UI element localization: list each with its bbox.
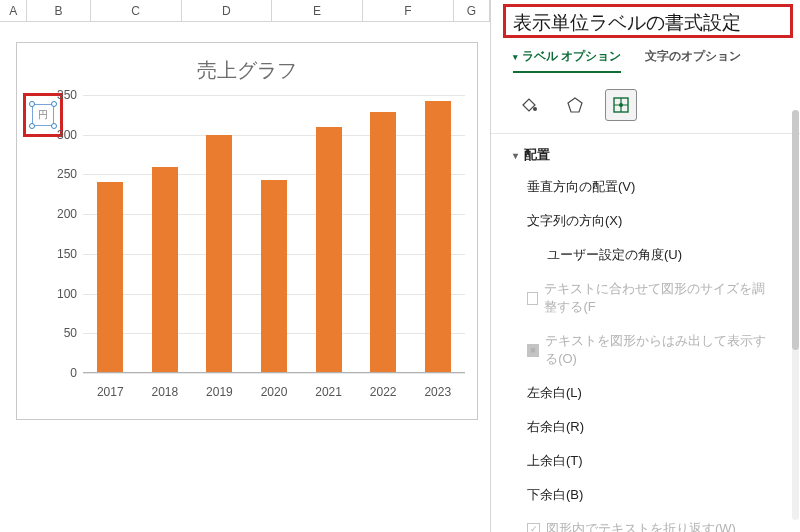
column-header[interactable]: G bbox=[454, 0, 490, 21]
checkbox-icon bbox=[527, 292, 538, 305]
checkbox-icon: ■ bbox=[527, 344, 539, 357]
svg-marker-1 bbox=[568, 98, 582, 112]
tab-label-options[interactable]: ▾ラベル オプション bbox=[513, 48, 621, 73]
pane-title: 表示単位ラベルの書式設定 bbox=[491, 0, 800, 46]
x-axis-ticks: 2017201820192020202120222023 bbox=[83, 385, 465, 399]
opt-margin-top[interactable]: 上余白(T) bbox=[513, 444, 778, 478]
column-header[interactable]: D bbox=[182, 0, 273, 21]
chart-title[interactable]: 売上グラフ bbox=[17, 43, 477, 88]
y-tick-label: 300 bbox=[57, 128, 77, 142]
opt-margin-right[interactable]: 右余白(R) bbox=[513, 410, 778, 444]
opt-margin-bottom[interactable]: 下余白(B) bbox=[513, 478, 778, 512]
x-axis-line bbox=[83, 372, 465, 373]
opt-text-direction[interactable]: 文字列の方向(X) bbox=[513, 204, 778, 238]
y-tick-label: 0 bbox=[70, 366, 77, 380]
worksheet-area: ABCDEFG 売上グラフ 円 050100150200250300350 20… bbox=[0, 0, 490, 532]
bar[interactable] bbox=[97, 182, 123, 373]
plot-area[interactable]: 050100150200250300350 201720182019202020… bbox=[83, 95, 465, 373]
y-tick-label: 100 bbox=[57, 287, 77, 301]
x-tick-label: 2017 bbox=[83, 385, 138, 399]
selection-handle[interactable] bbox=[29, 101, 35, 107]
bar[interactable] bbox=[152, 167, 178, 374]
column-headers: ABCDEFG bbox=[0, 0, 490, 22]
bar[interactable] bbox=[206, 135, 232, 373]
bar[interactable] bbox=[370, 112, 396, 373]
opt-overflow: ■ テキストを図形からはみ出して表示する(O) bbox=[513, 324, 778, 376]
fill-bucket-icon[interactable] bbox=[513, 89, 545, 121]
pane-tabs: ▾ラベル オプション 文字のオプション bbox=[491, 46, 800, 81]
y-tick-label: 350 bbox=[57, 88, 77, 102]
opt-margin-left[interactable]: 左余白(L) bbox=[513, 376, 778, 410]
y-tick-label: 50 bbox=[64, 326, 77, 340]
align-section: ▾配置 垂直方向の配置(V) 文字列の方向(X) ユーザー設定の角度(U) テキ… bbox=[491, 136, 800, 532]
selection-handle[interactable] bbox=[29, 123, 35, 129]
x-tick-label: 2021 bbox=[301, 385, 356, 399]
bar[interactable] bbox=[316, 127, 342, 373]
opt-wrap-text: ✓ 図形内でテキストを折り返す(W) bbox=[513, 512, 778, 532]
column-header[interactable]: E bbox=[272, 0, 363, 21]
tab-text-options[interactable]: 文字のオプション bbox=[645, 48, 741, 73]
y-tick-label: 250 bbox=[57, 167, 77, 181]
y-tick-label: 150 bbox=[57, 247, 77, 261]
format-pane: 表示単位ラベルの書式設定 ▾ラベル オプション 文字のオプション ▾配置 垂直方… bbox=[490, 0, 800, 532]
svg-point-3 bbox=[619, 103, 623, 107]
x-tick-label: 2020 bbox=[247, 385, 302, 399]
section-header-align[interactable]: ▾配置 bbox=[513, 136, 778, 170]
pane-scrollbar[interactable] bbox=[792, 110, 799, 520]
scrollbar-thumb[interactable] bbox=[792, 110, 799, 350]
bar-series[interactable] bbox=[83, 95, 465, 373]
opt-fit-shape: テキストに合わせて図形のサイズを調整する(F bbox=[513, 272, 778, 324]
category-icons bbox=[491, 81, 800, 131]
bar[interactable] bbox=[425, 101, 451, 373]
svg-point-0 bbox=[533, 107, 537, 111]
column-header[interactable]: F bbox=[363, 0, 454, 21]
y-axis-ticks: 050100150200250300350 bbox=[47, 95, 81, 373]
bar[interactable] bbox=[261, 180, 287, 373]
chart-container[interactable]: 売上グラフ 円 050100150200250300350 2017201820… bbox=[16, 42, 478, 420]
x-tick-label: 2022 bbox=[356, 385, 411, 399]
x-tick-label: 2018 bbox=[138, 385, 193, 399]
size-props-icon[interactable] bbox=[605, 89, 637, 121]
x-tick-label: 2019 bbox=[192, 385, 247, 399]
opt-custom-angle[interactable]: ユーザー設定の角度(U) bbox=[513, 238, 778, 272]
column-header[interactable]: B bbox=[27, 0, 91, 21]
checkbox-icon: ✓ bbox=[527, 523, 540, 533]
column-header[interactable]: C bbox=[91, 0, 182, 21]
pentagon-icon[interactable] bbox=[559, 89, 591, 121]
column-header[interactable]: A bbox=[0, 0, 27, 21]
x-tick-label: 2023 bbox=[410, 385, 465, 399]
opt-vertical-align[interactable]: 垂直方向の配置(V) bbox=[513, 170, 778, 204]
y-tick-label: 200 bbox=[57, 207, 77, 221]
